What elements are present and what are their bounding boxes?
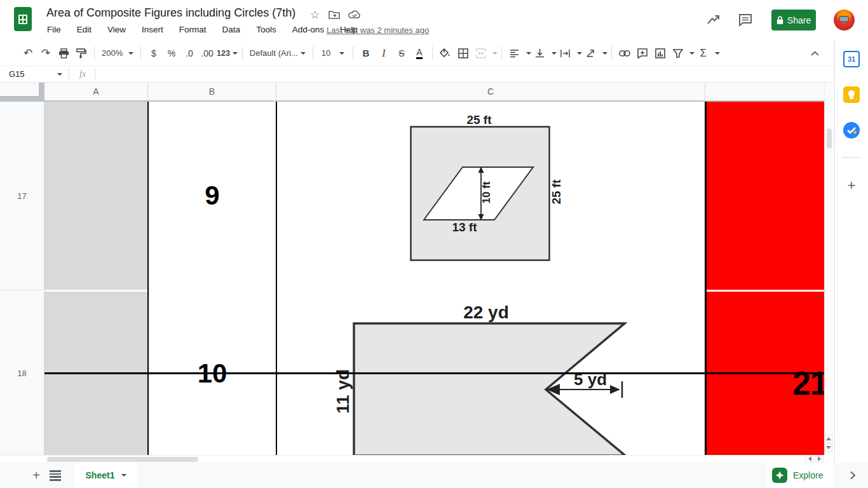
- create-filter-button[interactable]: [670, 45, 686, 62]
- print-button[interactable]: [55, 45, 72, 62]
- user-avatar[interactable]: [834, 10, 855, 30]
- menu-data[interactable]: Data: [222, 25, 241, 37]
- horizontal-align-button[interactable]: [506, 45, 523, 62]
- sheet-tab-bar: + Sheet1 Explore: [0, 463, 868, 488]
- fig2-left-label: 11 yd: [333, 363, 352, 420]
- fx-icon: fx: [79, 69, 86, 79]
- text-wrap-button[interactable]: [557, 45, 574, 62]
- show-side-panel-icon[interactable]: [845, 468, 860, 483]
- font-name-value: Default (Ari...: [250, 48, 298, 58]
- sheet-tab-sheet1[interactable]: Sheet1: [75, 463, 137, 488]
- font-size-value: 10: [322, 48, 330, 58]
- fig1-height-label: 10 ft: [480, 173, 493, 212]
- add-sheet-button[interactable]: +: [28, 467, 44, 484]
- menu-insert[interactable]: Insert: [142, 25, 163, 37]
- calendar-icon[interactable]: 31: [843, 51, 860, 67]
- functions-button[interactable]: Σ: [695, 45, 712, 62]
- row-header-17[interactable]: 17: [0, 102, 44, 290]
- formula-input[interactable]: [95, 66, 834, 82]
- fig2-top-label: 22 yd: [448, 302, 524, 323]
- borders-button[interactable]: [455, 45, 471, 62]
- cloud-status-icon[interactable]: [348, 10, 361, 22]
- calendar-icon-label: 31: [848, 55, 855, 63]
- font-size-selector[interactable]: 10: [318, 45, 348, 62]
- text-rotation-button[interactable]: [583, 45, 599, 62]
- menu-format[interactable]: Format: [179, 25, 207, 37]
- menu-bar: File Edit View Insert Format Data Tools …: [47, 25, 358, 37]
- insights-icon[interactable]: [705, 11, 722, 30]
- comment-history-icon[interactable]: [737, 11, 754, 30]
- menu-file[interactable]: File: [47, 25, 61, 37]
- all-sheets-button[interactable]: [50, 470, 61, 480]
- border-row-17-18: [44, 372, 824, 374]
- column-header-c[interactable]: C: [276, 83, 705, 100]
- spreadsheet-grid[interactable]: A B C 17 18 9 10 21 25 ft 25 ft 1: [0, 83, 824, 455]
- italic-button[interactable]: I: [376, 45, 392, 62]
- number-format-button[interactable]: 123: [217, 45, 238, 62]
- sheet-tab-label: Sheet1: [86, 470, 115, 480]
- lock-icon: [776, 16, 783, 25]
- explore-button[interactable]: Explore: [767, 463, 833, 488]
- collapse-toolbar-button[interactable]: [806, 45, 823, 62]
- scroll-up-button[interactable]: [824, 435, 833, 443]
- decrease-decimal-button[interactable]: .0: [181, 45, 198, 62]
- vertical-align-button[interactable]: [532, 45, 548, 62]
- menu-tools[interactable]: Tools: [256, 25, 276, 37]
- cell-d17[interactable]: [705, 102, 824, 290]
- fig1-base-label: 13 ft: [439, 220, 490, 234]
- cell-b17[interactable]: 9: [148, 102, 276, 290]
- star-icon[interactable]: ☆: [310, 8, 320, 22]
- select-all-corner[interactable]: [0, 83, 44, 100]
- insert-chart-button[interactable]: [652, 45, 668, 62]
- paint-format-button[interactable]: [73, 45, 90, 62]
- share-button[interactable]: Share: [771, 10, 816, 30]
- border-a-b: [147, 102, 149, 455]
- document-title[interactable]: Area of Composite Figures including Circ…: [46, 6, 295, 20]
- fill-color-button[interactable]: [437, 45, 454, 62]
- undo-button[interactable]: ↶: [20, 45, 36, 62]
- zoom-selector[interactable]: 200%: [99, 45, 136, 62]
- format-percent-button[interactable]: %: [163, 45, 180, 62]
- fig1-top-label: 25 ft: [454, 113, 505, 127]
- column-header-a[interactable]: A: [44, 83, 148, 100]
- horizontal-scrollbar-thumb[interactable]: [47, 457, 198, 462]
- column-header-d[interactable]: [705, 83, 824, 100]
- get-addons-button[interactable]: +: [843, 177, 860, 194]
- bold-button[interactable]: B: [358, 45, 374, 62]
- tasks-icon[interactable]: [843, 122, 860, 139]
- scroll-right-button[interactable]: [815, 455, 824, 463]
- toolbar: ↶ ↷ 200% $ % .0 .00 123 Default (Ari... …: [0, 41, 834, 66]
- text-color-button[interactable]: A: [411, 45, 428, 62]
- last-edit-link[interactable]: Last edit was 2 minutes ago: [327, 25, 429, 35]
- menu-addons[interactable]: Add-ons: [292, 25, 324, 37]
- row-header-18[interactable]: 18: [0, 291, 44, 455]
- insert-comment-button[interactable]: [634, 45, 651, 62]
- vertical-scrollbar[interactable]: [824, 83, 833, 455]
- redo-button[interactable]: ↷: [37, 45, 54, 62]
- cell-reference-box[interactable]: G15: [0, 69, 55, 79]
- horizontal-scrollbar[interactable]: [0, 455, 824, 463]
- menu-edit[interactable]: Edit: [77, 25, 92, 37]
- strikethrough-label: S: [398, 48, 404, 58]
- increase-decimal-button[interactable]: .00: [199, 45, 215, 62]
- font-family-selector[interactable]: Default (Ari...: [247, 45, 308, 62]
- strikethrough-button[interactable]: S: [393, 45, 410, 62]
- cell-a17[interactable]: [44, 102, 148, 290]
- column-header-b[interactable]: B: [148, 83, 276, 100]
- formula-bar: G15 fx: [0, 66, 834, 83]
- border-b-c: [276, 102, 278, 455]
- scroll-left-button[interactable]: [805, 455, 814, 463]
- scroll-down-button[interactable]: [824, 444, 833, 452]
- text-color-label: A: [416, 48, 422, 59]
- vertical-scrollbar-thumb[interactable]: [827, 128, 832, 149]
- format-currency-button[interactable]: $: [146, 45, 162, 62]
- name-box-caret-icon[interactable]: [57, 73, 62, 76]
- explore-label: Explore: [793, 470, 823, 480]
- keep-icon[interactable]: [843, 86, 860, 103]
- move-folder-icon[interactable]: [329, 10, 340, 22]
- insert-link-button[interactable]: [616, 45, 633, 62]
- menu-view[interactable]: View: [107, 25, 126, 37]
- merge-cells-button[interactable]: [473, 45, 489, 62]
- sheets-logo-icon[interactable]: [14, 7, 32, 31]
- sheet-tab-caret-icon: [121, 474, 126, 477]
